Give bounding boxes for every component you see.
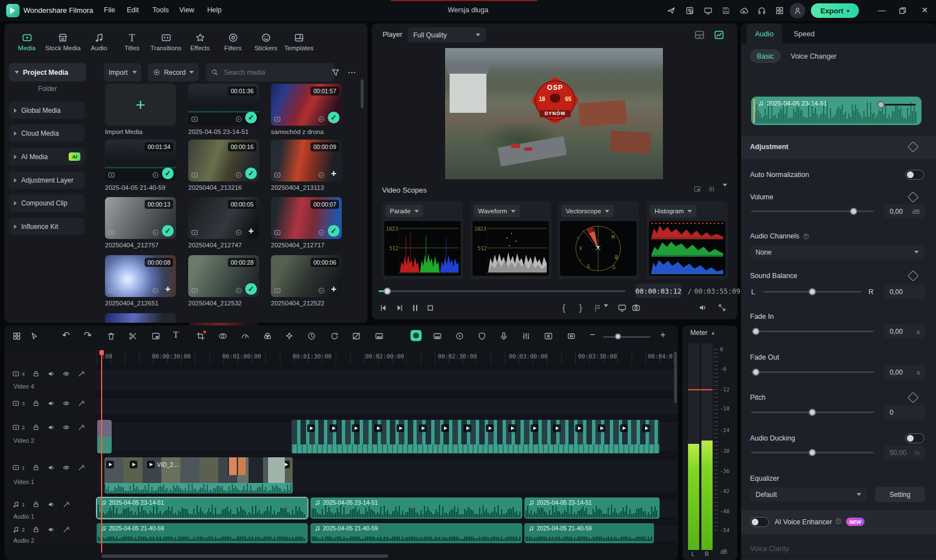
tab-stock-media[interactable]: Stock Media [45,27,80,57]
import-media-tile[interactable]: + Import Media [105,84,176,135]
eye-icon[interactable] [63,370,70,377]
minimize-button[interactable]: — [878,6,886,15]
scopes-popout-icon[interactable] [694,185,701,193]
crop-pip-icon[interactable] [151,332,160,341]
lock-icon[interactable] [32,526,40,533]
time-ruler[interactable]: :00 00:00:30:00 00:01:00:00 00:01:30:00 … [97,350,678,365]
audio-ducking-toggle[interactable] [905,433,924,443]
play-button[interactable] [395,303,404,313]
eye-icon[interactable] [63,400,70,407]
subtab-basic[interactable]: Basic [750,49,781,63]
auto-normalization-toggle[interactable] [905,170,924,180]
lock-icon[interactable] [32,400,40,407]
audio-clip-strip[interactable]: 2025-04-05 23-14-51 [751,97,921,125]
sidebar-item-ai-media[interactable]: AI MediaAI [9,148,85,165]
previous-frame-button[interactable] [379,303,388,313]
speed-ramp-icon[interactable] [241,332,250,341]
audio1-clip[interactable]: 2025-04-05 23-14-51 [311,497,522,519]
sidebar-item-compound-clip[interactable]: Compound Clip [9,194,85,212]
lock-icon[interactable] [32,501,40,508]
media-item[interactable]: 00:01:57 samochód z drona [271,84,342,135]
vectorscope-dropdown[interactable]: Vectorscope [561,205,614,217]
preview-render-icon[interactable] [455,332,464,341]
search-box[interactable] [206,63,335,82]
video2-small-clip[interactable] [97,420,112,453]
snapshot-button[interactable] [632,303,641,312]
support-headset-icon[interactable] [757,6,766,15]
scopes-layout-icon[interactable] [708,185,715,193]
waveform-dropdown[interactable]: Waveform [474,205,520,217]
audio2-clip[interactable]: 2025-04-05 21-40-59 [97,523,308,543]
tab-audio-properties[interactable]: Audio [747,23,782,44]
ai-voice-enhancer-toggle[interactable] [750,517,769,527]
fade-out-value[interactable]: 0,00s [884,365,925,379]
zoom-slider-handle[interactable] [615,333,621,339]
subtab-voice-changer[interactable]: Voice Changer [790,49,837,63]
mark-in-button[interactable]: { [562,304,565,313]
lock-icon[interactable] [32,370,40,377]
wand-icon[interactable] [63,526,70,533]
video-scopes-toggle-icon[interactable] [714,30,724,40]
sidebar-item-global-media[interactable]: Global Media [9,102,85,119]
quality-dropdown[interactable]: Full Quality [408,27,486,42]
tab-templates[interactable]: Templates [284,27,313,57]
audio1-clip-selected[interactable]: 2025-04-05 23-14-51 [97,497,308,519]
apps-grid-icon[interactable] [775,6,784,15]
zoom-out-icon[interactable]: − [590,330,595,339]
undo-icon[interactable]: ↶ [62,331,70,340]
volume-slider-handle[interactable] [850,208,857,215]
delete-icon[interactable] [107,332,116,341]
lock-icon[interactable] [32,424,40,431]
media-item[interactable]: 00:01:34 2025-04-05 21-40-59 [105,140,176,191]
wand-icon[interactable] [78,370,85,377]
tab-transitions[interactable]: Transitions [150,27,182,57]
share-icon[interactable] [667,6,676,15]
speaker-icon[interactable] [47,424,55,431]
media-item-partial[interactable] [105,313,176,323]
clip-trim-handle[interactable] [753,99,755,123]
fade-in-slider[interactable] [751,331,874,332]
video-preview[interactable]: OSP 18 65 DYNÓW [445,48,663,179]
tab-speed[interactable]: Speed [790,23,818,44]
equalizer-dropdown[interactable]: Default [750,487,867,501]
fade-in-value[interactable]: 0,00s [884,324,925,338]
media-item[interactable]: 00:00:07 20250404_212717 [271,197,342,248]
tab-stickers[interactable]: Stickers [251,27,280,57]
volume-value[interactable]: 0,00dB [884,204,925,218]
clip-volume-handle[interactable] [877,101,885,108]
media-item[interactable]: 00:00:13 20250404_212757 [105,197,176,248]
media-item[interactable]: 00:00:16 20250404_213216 [188,140,259,191]
pause-button[interactable] [410,303,420,313]
marker-button[interactable] [593,304,602,313]
auto-fit-icon[interactable] [567,332,576,341]
wand-icon[interactable] [63,501,70,508]
split-icon[interactable] [128,332,137,341]
import-dropdown[interactable]: Import [104,63,141,82]
redo-icon[interactable]: ↷ [84,331,92,340]
wand-icon[interactable] [78,464,85,471]
chroma-key-icon[interactable] [352,332,361,341]
marker-chevron-icon[interactable] [604,307,608,317]
quality-badge-icon[interactable] [477,332,486,341]
meter-header[interactable]: Meter▲ [690,329,715,337]
sidebar-item-adjustment-layer[interactable]: Adjustment Layer [9,171,85,189]
voiceover-record-icon[interactable] [499,332,508,341]
scopes-collapse-icon[interactable] [723,186,727,197]
duration-icon[interactable] [307,332,316,341]
speaker-icon[interactable] [47,370,55,377]
selection-tool-icon[interactable] [30,332,39,341]
equalizer-setting-button[interactable]: Setting [875,487,925,502]
fade-in-handle[interactable] [752,328,760,335]
timeline-v-scrollbar[interactable] [674,352,677,403]
video1-clip-group[interactable]: VID_2... [104,457,293,494]
wand-icon[interactable] [78,400,85,407]
speaker-icon[interactable] [47,501,55,508]
more-options-icon[interactable] [347,68,356,77]
record-dropdown[interactable]: Record [148,63,199,82]
auto-subtitle-icon[interactable] [375,332,384,341]
audio1-clip[interactable]: 2025-04-05 23-14-51 [524,497,660,519]
zoom-in-icon[interactable]: + [660,330,666,339]
ai-tools-icon[interactable] [285,332,294,341]
color-correction-icon[interactable] [263,332,272,341]
ai-enhancer-help-icon[interactable] [835,518,842,525]
